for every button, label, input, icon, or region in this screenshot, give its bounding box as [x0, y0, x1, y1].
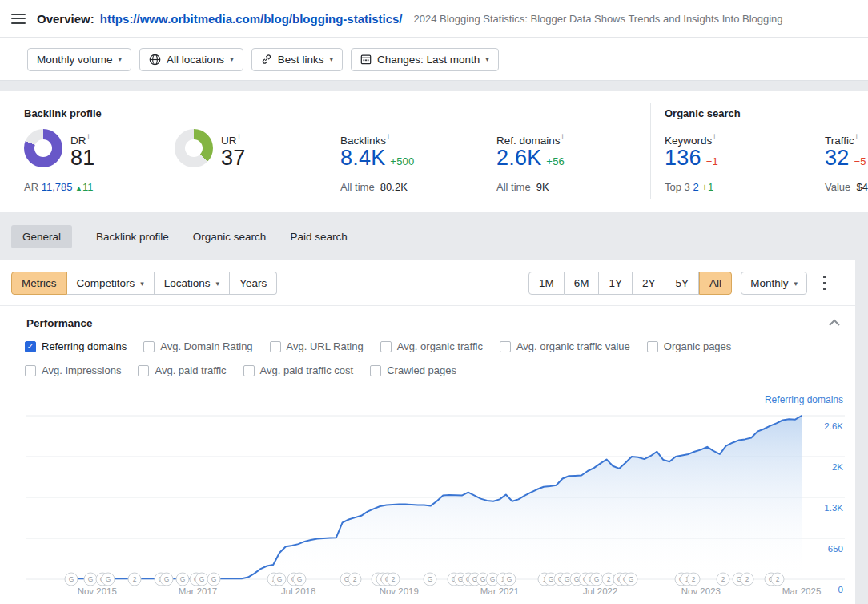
svg-text:Mar 2017: Mar 2017: [179, 586, 218, 596]
chevron-down-icon: ▾: [329, 55, 333, 63]
checkbox-icon: [500, 341, 511, 352]
svg-text:2: 2: [607, 575, 611, 583]
ref-domains-value-link[interactable]: 2.6K: [496, 146, 541, 170]
range-6m-button[interactable]: 6M: [565, 272, 600, 295]
info-icon: i: [388, 133, 389, 141]
target-url-link[interactable]: https://www.orbitmedia.com/blog/blogging…: [100, 12, 403, 26]
locations-dropdown[interactable]: All locations ▾: [139, 48, 243, 71]
page-title: 2024 Blogging Statistics: Blogger Data S…: [414, 13, 783, 25]
svg-text:2: 2: [776, 575, 780, 583]
checkbox-avg-organic-traffic[interactable]: Avg. organic traffic: [380, 340, 483, 352]
chevron-down-icon: ▾: [140, 280, 144, 288]
hamburger-menu-icon[interactable]: [11, 14, 26, 24]
tab-paid-search[interactable]: Paid search: [290, 225, 347, 248]
checkbox-avg-organic-traffic-value[interactable]: Avg. organic traffic value: [500, 340, 630, 352]
info-icon: i: [856, 133, 858, 141]
svg-text:2: 2: [133, 575, 137, 583]
checkbox-avg-paid-traffic-cost[interactable]: Avg. paid traffic cost: [243, 364, 354, 376]
traffic-delta: −5: [854, 155, 866, 167]
chevron-down-icon: ▾: [230, 55, 234, 63]
svg-text:2: 2: [721, 575, 725, 583]
ref-domains-delta: +56: [546, 155, 565, 167]
top3-value-link[interactable]: 2: [693, 181, 698, 193]
ar-value-link[interactable]: 11,785: [42, 181, 73, 193]
traffic-value-row: 32−5: [825, 146, 866, 171]
range-5y-button[interactable]: 5Y: [665, 272, 699, 295]
info-icon: i: [713, 133, 715, 141]
filter-bar: Monthly volume ▾ All locations ▾ Best li…: [0, 38, 868, 81]
overview-label: Overview:: [37, 12, 94, 26]
svg-text:G: G: [199, 575, 205, 583]
kebab-menu-icon[interactable]: [818, 274, 830, 292]
range-1m-button[interactable]: 1M: [528, 272, 565, 295]
traffic-value-link[interactable]: 32: [825, 146, 849, 170]
backlinks-label: Backlinksi: [340, 133, 389, 147]
range-1y-button[interactable]: 1Y: [599, 272, 633, 295]
checkbox-crawled-pages[interactable]: Crawled pages: [370, 364, 456, 376]
traffic-label: Traffici: [825, 133, 858, 147]
tab-organic-search[interactable]: Organic search: [193, 225, 267, 248]
svg-text:G: G: [106, 575, 111, 583]
checkbox-avg-paid-traffic[interactable]: Avg. paid traffic: [138, 364, 226, 376]
referring-domains-area-chart[interactable]: GGGG2GGGGGG2GGGG2GGG2GGGGGGG1G1GGGGGGG2G…: [0, 393, 855, 604]
info-icon: i: [239, 133, 240, 141]
checkbox-icon: [138, 365, 149, 376]
backlinks-value-link[interactable]: 8.4K: [340, 146, 385, 170]
ref-domains-value-row: 2.6K+56: [496, 146, 565, 171]
best-links-label: Best links: [278, 54, 324, 66]
chevron-down-icon: ▾: [119, 55, 123, 63]
years-button[interactable]: Years: [230, 272, 277, 295]
keywords-value-link[interactable]: 136: [665, 146, 701, 170]
keywords-label: Keywordsi: [665, 133, 715, 147]
changes-dropdown[interactable]: Changes: Last month ▾: [351, 48, 499, 71]
range-2y-button[interactable]: 2Y: [633, 272, 666, 295]
svg-text:G: G: [164, 575, 170, 583]
metric-checkbox-row-2: Avg. Impressions Avg. paid traffic Avg. …: [25, 364, 456, 376]
chevron-up-icon[interactable]: [828, 318, 841, 328]
granularity-dropdown[interactable]: Monthly ▾: [741, 272, 807, 295]
checkbox-avg-url-rating[interactable]: Avg. URL Rating: [270, 340, 364, 352]
svg-text:G: G: [490, 575, 496, 583]
svg-text:1.3K: 1.3K: [824, 503, 843, 513]
checkbox-avg-impressions[interactable]: Avg. Impressions: [25, 364, 121, 376]
range-segmented-control: 1M 6M 1Y 2Y 5Y All: [528, 272, 732, 295]
checkbox-icon: [25, 365, 36, 376]
keywords-value-row: 136−1: [665, 146, 718, 171]
checkbox-referring-domains[interactable]: ✓Referring domains: [25, 340, 127, 352]
chevron-down-icon: ▾: [485, 55, 489, 63]
dr-donut-chart: [24, 129, 62, 167]
keywords-delta: −1: [706, 155, 718, 167]
svg-text:G: G: [549, 575, 554, 583]
metrics-button[interactable]: Metrics: [11, 272, 67, 295]
range-all-button[interactable]: All: [699, 272, 732, 295]
svg-text:2: 2: [353, 575, 357, 583]
traffic-value-sub-row: Value $42 −: [825, 181, 868, 193]
svg-text:Nov 2019: Nov 2019: [380, 586, 419, 596]
ref-domains-label: Ref. domainsi: [496, 133, 564, 147]
svg-text:2.6K: 2.6K: [824, 421, 843, 431]
svg-text:G: G: [211, 575, 217, 583]
view-segmented-control: Metrics Competitors▾ Locations▾ Years: [11, 272, 277, 295]
chevron-down-icon: ▾: [794, 280, 798, 288]
toolbar-divider: [0, 305, 855, 306]
link-icon: [261, 54, 272, 65]
svg-text:G: G: [428, 575, 433, 583]
ur-donut-chart: [175, 129, 213, 167]
changes-label: Changes: Last month: [377, 54, 480, 66]
svg-text:0: 0: [838, 585, 843, 594]
locations-dropdown-chart[interactable]: Locations▾: [155, 272, 230, 295]
best-links-dropdown[interactable]: Best links ▾: [251, 48, 343, 71]
backlinks-delta: +500: [390, 155, 414, 167]
checkbox-avg-domain-rating[interactable]: Avg. Domain Rating: [143, 340, 252, 352]
competitors-dropdown[interactable]: Competitors▾: [67, 272, 155, 295]
checkbox-organic-pages[interactable]: Organic pages: [647, 340, 732, 352]
checkbox-icon: [243, 365, 255, 376]
globe-icon: [149, 54, 161, 66]
section-tabs: General Backlink profile Organic search …: [0, 212, 868, 260]
ahrefs-rank-row: AR 11,785 ▲11: [24, 181, 94, 193]
vertical-divider: [650, 103, 651, 199]
tab-general[interactable]: General: [11, 225, 72, 248]
up-triangle-icon: ▲: [75, 184, 82, 192]
tab-backlink-profile[interactable]: Backlink profile: [96, 225, 169, 248]
monthly-volume-dropdown[interactable]: Monthly volume ▾: [27, 48, 131, 71]
